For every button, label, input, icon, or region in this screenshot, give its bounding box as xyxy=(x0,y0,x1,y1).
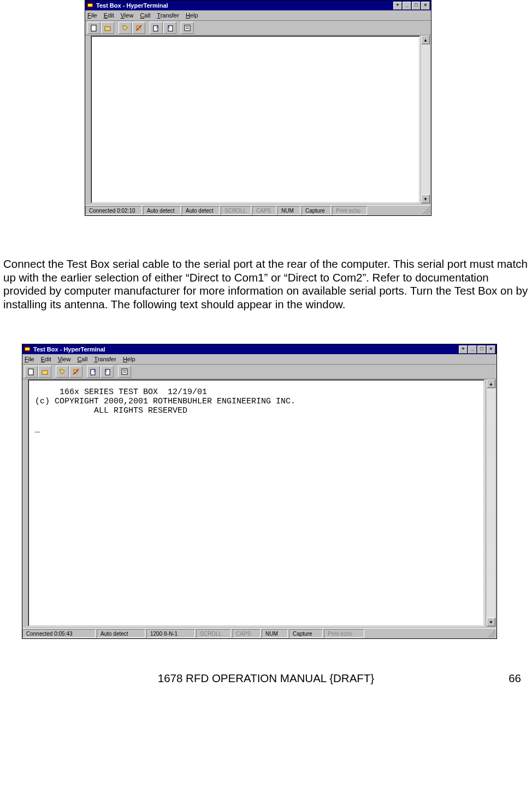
status-num: NUM xyxy=(262,629,288,638)
menu-view[interactable]: View xyxy=(58,356,71,362)
status-autodetect-2: Auto detect xyxy=(182,206,220,215)
scroll-up-button[interactable]: ▲ xyxy=(487,379,495,388)
svg-rect-12 xyxy=(28,369,33,375)
toolbar-send-button[interactable] xyxy=(87,366,100,378)
extra-button[interactable]: + xyxy=(459,345,468,354)
toolbar-call-button[interactable] xyxy=(56,366,69,378)
page-number: 66 xyxy=(509,672,521,685)
menu-file[interactable]: File xyxy=(87,12,97,19)
svg-rect-17 xyxy=(122,369,127,374)
page-footer: 1678 RFD OPERATION MANUAL {DRAFT} 66 xyxy=(0,672,532,685)
toolbar xyxy=(85,21,431,36)
menu-help[interactable]: Help xyxy=(186,12,198,19)
toolbar-receive-button[interactable] xyxy=(101,366,114,378)
toolbar-send-button[interactable] xyxy=(150,22,163,34)
terminal-content: 166x SERIES TEST BOX 12/19/01 (c) COPYRI… xyxy=(28,380,484,442)
statusbar: Connected 0:02:10 Auto detect Auto detec… xyxy=(85,205,431,215)
svg-rect-13 xyxy=(42,371,48,374)
status-capture: Capture xyxy=(302,206,331,215)
toolbar-call-button[interactable] xyxy=(119,22,132,34)
status-autodetect-2: 1200 8-N-1 xyxy=(146,629,195,638)
scroll-down-button[interactable]: ▼ xyxy=(487,618,495,626)
toolbar-new-button[interactable] xyxy=(25,366,38,378)
status-caps: CAPS xyxy=(232,629,261,638)
statusbar: Connected 0:05:43 Auto detect 1200 8-N-1… xyxy=(22,628,496,638)
status-autodetect-1: Auto detect xyxy=(143,206,181,215)
resize-grip[interactable] xyxy=(422,207,430,214)
toolbar-receive-button[interactable] xyxy=(163,22,176,34)
menu-help[interactable]: Help xyxy=(123,356,135,362)
status-capture: Capture xyxy=(289,629,323,638)
toolbar-disconnect-button[interactable] xyxy=(132,22,145,34)
menu-call[interactable]: Call xyxy=(140,12,150,19)
window-titlebar: Test Box - HyperTerminal + _ □ × xyxy=(85,1,431,10)
extra-button[interactable]: + xyxy=(393,2,402,10)
window-buttons: + _ □ × xyxy=(393,2,430,10)
status-num: NUM xyxy=(277,206,300,215)
status-autodetect-1: Auto detect xyxy=(97,629,145,638)
menu-edit[interactable]: Edit xyxy=(41,356,51,362)
resize-grip[interactable] xyxy=(488,630,495,637)
toolbar-properties-button[interactable] xyxy=(118,366,131,378)
app-icon xyxy=(23,345,31,353)
window-buttons: + _ □ × xyxy=(459,345,495,354)
svg-rect-7 xyxy=(185,25,190,31)
screenshot-hyperterminal-empty: Test Box - HyperTerminal + _ □ × File Ed… xyxy=(85,0,431,216)
svg-rect-1 xyxy=(88,4,92,7)
maximize-button[interactable]: □ xyxy=(412,2,421,10)
menu-edit[interactable]: Edit xyxy=(104,12,114,19)
footer-title: 1678 RFD OPERATION MANUAL {DRAFT} xyxy=(158,672,374,684)
close-button[interactable]: × xyxy=(421,2,430,10)
status-scroll: SCROLL xyxy=(196,629,231,638)
svg-rect-2 xyxy=(91,25,96,31)
menu-transfer[interactable]: Transfer xyxy=(94,356,116,362)
svg-rect-3 xyxy=(105,27,110,31)
status-printecho: Print echo xyxy=(332,206,367,215)
app-icon xyxy=(86,2,94,9)
status-scroll: SCROLL xyxy=(221,206,251,215)
toolbar-open-button[interactable] xyxy=(38,366,51,378)
status-connected: Connected 0:05:43 xyxy=(22,629,96,638)
maximize-button[interactable]: □ xyxy=(477,345,486,354)
terminal-content xyxy=(91,36,419,51)
status-caps: CAPS xyxy=(252,206,276,215)
close-button[interactable]: × xyxy=(487,345,495,354)
vertical-scrollbar[interactable]: ▲ ▼ xyxy=(421,36,430,203)
status-printecho: Print echo xyxy=(324,629,364,638)
toolbar xyxy=(22,365,496,379)
menu-call[interactable]: Call xyxy=(77,356,87,362)
menubar: File Edit View Call Transfer Help xyxy=(22,354,496,365)
toolbar-properties-button[interactable] xyxy=(181,22,194,34)
status-connected: Connected 0:02:10 xyxy=(85,206,142,215)
toolbar-new-button[interactable] xyxy=(87,22,101,34)
vertical-scrollbar[interactable]: ▲ ▼ xyxy=(487,379,495,626)
menu-file[interactable]: File xyxy=(25,356,34,362)
scroll-up-button[interactable]: ▲ xyxy=(421,36,430,44)
menu-transfer[interactable]: Transfer xyxy=(157,12,179,19)
document-page: Test Box - HyperTerminal + _ □ × File Ed… xyxy=(0,0,532,707)
menubar: File Edit View Call Transfer Help xyxy=(85,10,431,21)
svg-rect-11 xyxy=(25,348,29,350)
window-title: Test Box - HyperTerminal xyxy=(33,346,459,353)
window-titlebar: Test Box - HyperTerminal + _ □ × xyxy=(22,344,496,354)
terminal-area[interactable]: 166x SERIES TEST BOX 12/19/01 (c) COPYRI… xyxy=(28,379,484,626)
minimize-button[interactable]: _ xyxy=(403,2,411,10)
minimize-button[interactable]: _ xyxy=(468,345,477,354)
instruction-paragraph: Connect the Test Box serial cable to the… xyxy=(3,257,529,311)
toolbar-disconnect-button[interactable] xyxy=(69,366,82,378)
screenshot-hyperterminal-output: Test Box - HyperTerminal + _ □ × File Ed… xyxy=(22,344,497,639)
scroll-down-button[interactable]: ▼ xyxy=(421,195,430,203)
menu-view[interactable]: View xyxy=(121,12,134,19)
window-title: Test Box - HyperTerminal xyxy=(96,2,393,9)
toolbar-open-button[interactable] xyxy=(101,22,114,34)
terminal-area[interactable] xyxy=(91,36,420,203)
